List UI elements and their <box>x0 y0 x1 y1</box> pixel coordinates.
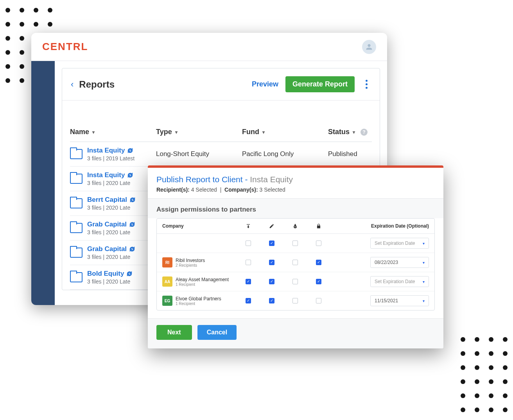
table-row[interactable]: Insta Equity 3 files | 2019 Latest Long-… <box>70 142 372 167</box>
status-cell: Published <box>328 150 372 158</box>
sidebar <box>31 61 55 305</box>
edit-icon <box>260 223 283 229</box>
kebab-menu[interactable] <box>362 80 371 89</box>
folder-icon <box>70 248 83 258</box>
download-icon <box>237 223 260 229</box>
checkbox[interactable] <box>246 260 251 265</box>
app-header: CENTRL <box>31 33 387 61</box>
report-name[interactable]: Bold Equity <box>87 270 133 278</box>
refresh-icon <box>129 197 136 203</box>
checkbox[interactable] <box>269 241 274 246</box>
next-button[interactable]: Next <box>156 325 192 340</box>
refresh-icon <box>129 246 135 252</box>
dot-grid-bottom-right <box>461 337 508 412</box>
report-sub: 3 files | 2020 Late <box>87 254 135 260</box>
report-name[interactable]: Berrt Capital <box>87 196 136 204</box>
permissions-table: Company Expiration Date (Optional) Set E… <box>156 218 435 311</box>
checkbox[interactable] <box>292 298 298 303</box>
permission-row: AA Aleay Asset Management 1 Recipient Se… <box>157 272 434 291</box>
report-name[interactable]: Grab Capital <box>87 245 135 253</box>
expiration-date-input[interactable]: Set Expiration Date▾ <box>370 238 429 249</box>
checkbox[interactable] <box>292 260 298 265</box>
type-cell: Long-Short Equity <box>156 150 242 158</box>
report-sub: 3 files | 2020 Late <box>87 205 136 211</box>
column-type[interactable]: Type▾ <box>156 128 242 136</box>
folder-icon <box>70 198 83 208</box>
company-badge: AA <box>162 276 172 287</box>
refresh-icon <box>129 221 135 228</box>
checkbox[interactable] <box>246 298 251 303</box>
folder-icon <box>70 272 83 282</box>
company-name: Elvoe Global Partners <box>176 296 221 302</box>
column-status[interactable]: Status▾? <box>328 128 372 136</box>
publish-modal: Publish Report to Client - Insta Equity … <box>148 165 443 348</box>
company-sub: 1 Recipient <box>176 302 221 306</box>
perm-col-company: Company <box>162 223 237 229</box>
company-badge: RI <box>162 257 172 267</box>
report-sub: 3 files | 2020 Late <box>87 278 133 285</box>
checkbox[interactable] <box>246 241 251 246</box>
report-sub: 3 files | 2020 Late <box>87 180 133 186</box>
company-name: Ribil Investors <box>176 258 205 263</box>
chevron-down-icon: ▾ <box>262 129 265 135</box>
expiration-date-input[interactable]: 11/15/2021▾ <box>370 295 429 306</box>
permission-row: Set Expiration Date▾ <box>157 234 434 253</box>
report-name[interactable]: Insta Equity <box>87 171 133 179</box>
column-fund[interactable]: Fund▾ <box>242 128 328 136</box>
refresh-icon <box>126 271 133 277</box>
report-sub: 3 files | 2020 Late <box>87 229 135 235</box>
perm-col-expiration: Expiration Date (Optional) <box>330 223 429 229</box>
checkbox[interactable] <box>316 298 321 303</box>
permission-row: RI Ribil Investors 2 Recipients 08/22/20… <box>157 253 434 272</box>
checkbox[interactable] <box>269 279 274 284</box>
modal-title: Publish Report to Client - Insta Equity <box>156 175 435 184</box>
permission-row: EG Elvoe Global Partners 1 Recipient 11/… <box>157 291 434 310</box>
refresh-icon <box>127 147 133 154</box>
checkbox[interactable] <box>292 279 298 284</box>
expiration-date-input[interactable]: Set Expiration Date▾ <box>370 276 429 287</box>
company-badge: EG <box>162 296 172 306</box>
column-name[interactable]: Name▾ <box>70 128 156 136</box>
checkbox[interactable] <box>269 298 274 303</box>
page-title: Reports <box>79 79 115 90</box>
brand-logo: CENTRL <box>42 41 88 53</box>
refresh-icon <box>127 172 133 178</box>
checkbox[interactable] <box>292 241 298 246</box>
company-sub: 1 Recipient <box>176 282 229 287</box>
cancel-button[interactable]: Cancel <box>197 325 237 340</box>
modal-meta: Recipient(s): 4 Selected | Company(s): 3… <box>156 187 435 193</box>
company-sub: 2 Recipients <box>176 263 205 267</box>
preview-link[interactable]: Preview <box>252 80 278 88</box>
back-chevron-icon[interactable]: ‹ <box>71 79 74 90</box>
folder-icon <box>70 223 83 233</box>
chevron-down-icon: ▾ <box>175 129 178 135</box>
report-name[interactable]: Grab Capital <box>87 221 135 228</box>
chevron-down-icon: ▾ <box>353 129 355 135</box>
checkbox[interactable] <box>316 241 321 246</box>
avatar[interactable] <box>362 40 376 54</box>
fund-cell: Pacific Long Only <box>242 150 328 158</box>
lock-icon <box>307 223 330 229</box>
chevron-down-icon: ▾ <box>423 280 425 284</box>
folder-icon <box>70 149 83 159</box>
report-sub: 3 files | 2019 Latest <box>87 155 135 162</box>
fire-icon <box>283 223 307 229</box>
chevron-down-icon: ▾ <box>423 299 425 303</box>
chevron-down-icon: ▾ <box>92 129 95 135</box>
user-icon <box>365 43 373 51</box>
company-name: Aleay Asset Management <box>176 277 229 282</box>
expiration-date-input[interactable]: 08/22/2023▾ <box>370 257 429 268</box>
folder-icon <box>70 174 83 184</box>
chevron-down-icon: ▾ <box>423 260 425 265</box>
checkbox[interactable] <box>246 279 251 284</box>
report-name[interactable]: Insta Equity <box>87 147 135 154</box>
modal-section-title: Assign permissions to partners <box>148 199 443 218</box>
help-icon[interactable]: ? <box>361 129 368 136</box>
checkbox[interactable] <box>316 260 321 265</box>
chevron-down-icon: ▾ <box>423 241 425 246</box>
generate-report-button[interactable]: Generate Report <box>285 76 355 92</box>
checkbox[interactable] <box>316 279 321 284</box>
checkbox[interactable] <box>269 260 274 265</box>
